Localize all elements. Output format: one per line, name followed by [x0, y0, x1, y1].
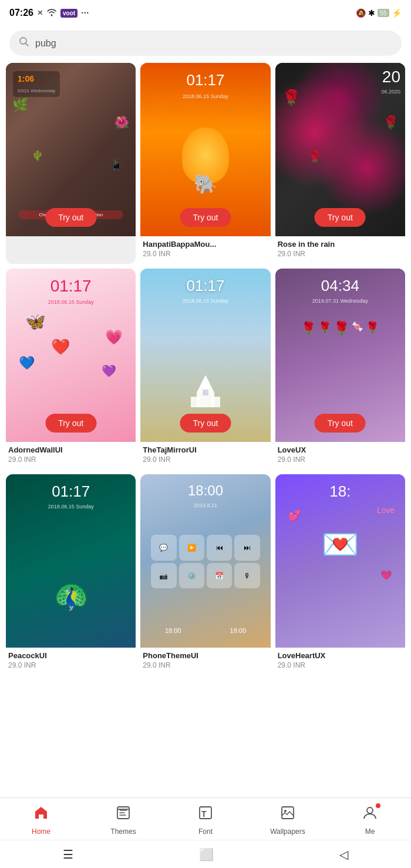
- love-icon: 💌: [321, 527, 359, 562]
- theme-time-9: 18:: [275, 482, 405, 501]
- theme-card-4[interactable]: 01:17 2018.06.15 Sunday 🦋 💗 💙 💜 ❤️ Try o…: [6, 269, 136, 470]
- try-out-btn-5[interactable]: Try out: [180, 414, 231, 433]
- home-icon: [33, 805, 49, 825]
- theme-preview-6: 04:34 2019.07.31 Wednesday 🌹 🌹 🌹 🍬 🌹 Try…: [275, 269, 405, 442]
- theme-time-8: 18:00: [140, 482, 270, 499]
- theme-price-9: 29.0 INR: [278, 661, 403, 669]
- theme-card-3[interactable]: 20 06.2020 🌹 🌹 🌹 Try out Rose in the rai…: [275, 63, 405, 264]
- app-icons-grid: 💬 ▶️ ⏮ ⏭ 📷 ⚙️ 📅 🎙: [151, 535, 260, 588]
- system-menu-btn[interactable]: ☰: [51, 843, 85, 866]
- theme-info-5: TheTajMirrorUI 29.0 INR: [140, 442, 270, 470]
- nav-me-label: Me: [365, 827, 375, 836]
- nav-wallpapers-label: Wallpapers: [270, 827, 305, 836]
- theme-time-3: 20: [382, 68, 400, 86]
- theme-price-8: 29.0 INR: [143, 661, 268, 669]
- try-out-btn-2[interactable]: Try out: [180, 208, 231, 227]
- theme-info-8: PhoneThemeUI 29.0 INR: [140, 648, 270, 675]
- me-icon: [362, 805, 378, 825]
- theme-card-9[interactable]: 18: 💌 💕 💗 Love LoveHeartUX 29.0 INR: [275, 474, 405, 675]
- tajmahal-svg: [182, 372, 229, 407]
- svg-point-13: [367, 807, 373, 813]
- me-notification-dot: [376, 803, 380, 808]
- theme-clock-1: 1:06 03/21 Wednesday: [13, 71, 60, 97]
- silent-icon: 🔕: [356, 8, 366, 18]
- theme-price-3: 29.0 INR: [278, 250, 403, 258]
- nav-wallpapers[interactable]: Wallpapers: [247, 805, 329, 836]
- system-home-btn[interactable]: ⬜: [187, 843, 225, 866]
- theme-preview-4: 01:17 2018.06.15 Sunday 🦋 💗 💙 💜 ❤️ Try o…: [6, 269, 136, 442]
- search-bar[interactable]: pubg: [9, 31, 402, 56]
- status-bar: 07:26 ✕ voot ··· 🔕 ✱ 55 ⚡: [0, 0, 411, 26]
- nav-font-label: Font: [198, 827, 213, 836]
- bluetooth-icon: ✱: [368, 8, 375, 18]
- nav-font[interactable]: T Font: [164, 805, 247, 836]
- x-icon: ✕: [37, 9, 43, 17]
- wifi-icon: [46, 8, 57, 18]
- bottom-nav: Home Themes T Font Wallp: [0, 797, 411, 840]
- themes-grid: 1:06 03/21 Wednesday 🌿 🌺 🌵 📱 Change back…: [0, 63, 411, 675]
- theme-name-5: TheTajMirrorUI: [143, 445, 268, 454]
- theme-time-4: 01:17: [6, 277, 136, 296]
- theme-preview-2: 01:17 2018.06.15 Sunday 🐘 Try out: [140, 63, 270, 236]
- theme-name-9: LoveHeartUX: [278, 651, 403, 660]
- theme-info-9: LoveHeartUX 29.0 INR: [275, 648, 405, 675]
- search-icon: [19, 36, 29, 50]
- theme-time-7: 01:17: [6, 482, 136, 501]
- theme-card-1[interactable]: 1:06 03/21 Wednesday 🌿 🌺 🌵 📱 Change back…: [6, 63, 136, 264]
- system-nav: ☰ ⬜ ◁: [0, 840, 411, 868]
- svg-rect-11: [282, 807, 294, 819]
- theme-time-6: 04:34: [275, 277, 405, 295]
- nav-home-label: Home: [32, 827, 50, 836]
- svg-rect-7: [203, 390, 208, 396]
- theme-price-5: 29.0 INR: [143, 455, 268, 464]
- theme-preview-3: 20 06.2020 🌹 🌹 🌹 Try out: [275, 63, 405, 236]
- try-out-btn-3[interactable]: Try out: [315, 208, 366, 227]
- svg-rect-4: [191, 397, 200, 407]
- nav-me[interactable]: Me: [329, 805, 411, 836]
- theme-card-2[interactable]: 01:17 2018.06.15 Sunday 🐘 Try out Hanpat…: [140, 63, 270, 264]
- theme-price-6: 29.0 INR: [278, 455, 403, 464]
- theme-card-6[interactable]: 04:34 2019.07.31 Wednesday 🌹 🌹 🌹 🍬 🌹 Try…: [275, 269, 405, 470]
- theme-time-5: 01:17: [140, 277, 270, 295]
- theme-price-4: 29.0 INR: [8, 455, 133, 464]
- voot-icon: voot: [60, 9, 78, 18]
- svg-rect-5: [211, 397, 220, 407]
- charging-icon: ⚡: [392, 8, 402, 18]
- theme-info-6: LoveUX 29.0 INR: [275, 442, 405, 470]
- theme-name-6: LoveUX: [278, 445, 403, 454]
- theme-card-5[interactable]: 01:17 2018.06.15 Sunday Try out TheTajMi…: [140, 269, 270, 470]
- theme-name-8: PhoneThemeUI: [143, 651, 268, 660]
- theme-time-2: 01:17: [140, 71, 270, 89]
- theme-card-8[interactable]: 18:00 2019.8.21 💬 ▶️ ⏮ ⏭ 📷 ⚙️ 📅 🎙 18:00 …: [140, 474, 270, 675]
- peacock-icon: 🦚: [53, 580, 89, 613]
- theme-info-7: PeacockUI 29.0 INR: [6, 648, 136, 675]
- try-out-btn-6[interactable]: Try out: [315, 414, 366, 433]
- svg-line-1: [26, 43, 29, 46]
- svg-point-6: [202, 379, 209, 388]
- theme-preview-8: 18:00 2019.8.21 💬 ▶️ ⏮ ⏭ 📷 ⚙️ 📅 🎙 18:00 …: [140, 474, 270, 648]
- system-back-btn[interactable]: ◁: [328, 843, 360, 866]
- deco-plant-icon: 🌿: [12, 98, 28, 113]
- nav-themes-label: Themes: [110, 827, 136, 836]
- me-icon-wrapper: [362, 805, 378, 825]
- theme-preview-5: 01:17 2018.06.15 Sunday Try out: [140, 269, 270, 442]
- theme-name-4: AdornedWallUI: [8, 445, 133, 454]
- theme-info-4: AdornedWallUI 29.0 INR: [6, 442, 136, 470]
- theme-preview-1: 1:06 03/21 Wednesday 🌿 🌺 🌵 📱 Change back…: [6, 63, 136, 236]
- search-query: pubg: [35, 38, 56, 49]
- battery-level: 55: [378, 9, 389, 17]
- nav-themes[interactable]: Themes: [82, 805, 164, 836]
- nav-home[interactable]: Home: [0, 805, 82, 836]
- theme-name-7: PeacockUI: [8, 651, 133, 660]
- svg-text:T: T: [201, 809, 207, 819]
- try-out-btn-1[interactable]: Try out: [45, 208, 96, 227]
- theme-preview-7: 01:17 2018.06.15 Sunday 🦚: [6, 474, 136, 648]
- theme-name-2: HanpatiBappaMou...: [143, 240, 268, 249]
- theme-card-7[interactable]: 01:17 2018.06.15 Sunday 🦚 PeacockUI 29.0…: [6, 474, 136, 675]
- theme-price-7: 29.0 INR: [8, 661, 133, 669]
- svg-point-12: [284, 810, 287, 812]
- font-icon: T: [197, 805, 214, 825]
- wallpapers-icon: [279, 805, 296, 825]
- try-out-btn-4[interactable]: Try out: [45, 414, 96, 433]
- theme-info-3: Rose in the rain 29.0 INR: [275, 236, 405, 264]
